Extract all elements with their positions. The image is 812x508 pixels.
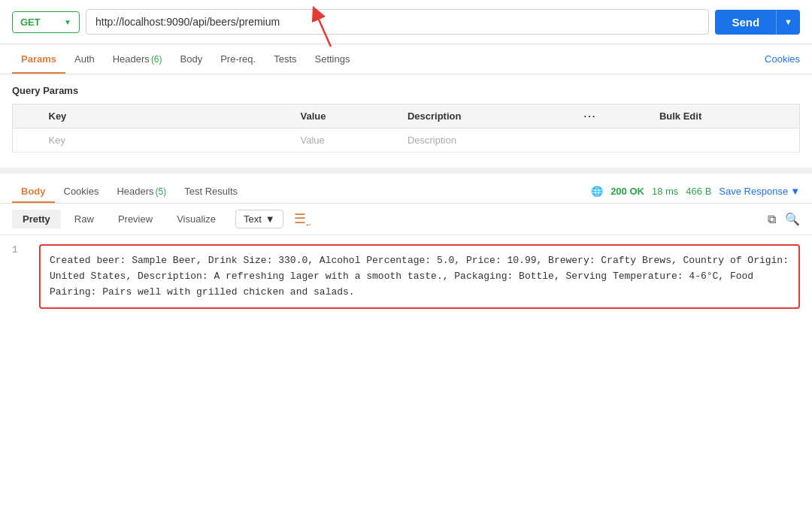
send-button[interactable]: Send	[715, 10, 776, 35]
chevron-down-icon: ▼	[265, 213, 275, 225]
method-label: GET	[20, 17, 41, 28]
row-key[interactable]: Key	[40, 129, 292, 153]
table-row: Key Value Description	[13, 129, 800, 153]
tab-auth[interactable]: Auth	[65, 44, 104, 74]
send-button-group: Send ▼	[715, 10, 800, 35]
response-time: 18 ms	[652, 186, 678, 197]
format-tab-raw[interactable]: Raw	[64, 210, 105, 228]
response-tab-headers[interactable]: Headers(5)	[108, 180, 175, 203]
search-icon[interactable]: 🔍	[785, 212, 800, 226]
col-value: Value	[292, 104, 398, 129]
tab-params[interactable]: Params	[12, 44, 65, 74]
params-section: Query Params Key Value Description ··· B…	[0, 74, 812, 153]
headers-badge: (6)	[151, 54, 162, 65]
col-bulk-edit[interactable]: Bulk Edit	[650, 104, 800, 129]
response-body: 1 Created beer: Sample Beer, Drink Size:…	[0, 235, 812, 318]
tab-headers[interactable]: Headers(6)	[104, 44, 171, 74]
query-params-title: Query Params	[12, 85, 800, 96]
tab-prereq[interactable]: Pre-req.	[211, 44, 265, 74]
method-selector[interactable]: GET ▼	[12, 11, 80, 33]
section-divider	[0, 168, 812, 174]
tab-settings[interactable]: Settings	[306, 44, 359, 74]
response-meta: 🌐 200 OK 18 ms 466 B Save Response ▼	[591, 186, 800, 197]
col-key: Key	[40, 104, 292, 129]
format-tabs-row: Pretty Raw Preview Visualize Text ▼ ☰↩ ⧉…	[0, 204, 812, 235]
row-value[interactable]: Value	[292, 129, 398, 153]
cookies-link[interactable]: Cookies	[765, 53, 800, 65]
response-tab-cookies[interactable]: Cookies	[55, 180, 108, 203]
format-tab-visualize[interactable]: Visualize	[166, 210, 226, 228]
url-bar: GET ▼ Send ▼	[0, 0, 812, 44]
wrap-icon[interactable]: ☰↩	[294, 210, 311, 228]
text-format-select[interactable]: Text ▼	[235, 210, 283, 228]
globe-icon: 🌐	[591, 186, 603, 197]
format-tab-preview[interactable]: Preview	[108, 210, 163, 228]
response-line: 1 Created beer: Sample Beer, Drink Size:…	[12, 244, 800, 309]
url-input[interactable]	[86, 9, 709, 35]
row-bulk	[650, 129, 800, 153]
request-tabs-row: Params Auth Headers(6) Body Pre-req. Tes…	[0, 44, 812, 74]
col-more[interactable]: ···	[575, 104, 650, 129]
status-badge: 200 OK	[611, 186, 644, 197]
col-check	[13, 104, 40, 129]
send-chevron-button[interactable]: ▼	[776, 10, 800, 35]
save-response-button[interactable]: Save Response ▼	[719, 186, 800, 197]
line-number: 1	[12, 244, 27, 309]
row-description[interactable]: Description	[398, 129, 575, 153]
chevron-down-icon: ▼	[790, 186, 800, 197]
copy-icon[interactable]: ⧉	[768, 213, 776, 226]
tab-body[interactable]: Body	[171, 44, 212, 74]
format-tab-pretty[interactable]: Pretty	[12, 210, 61, 228]
row-check	[13, 129, 40, 153]
chevron-down-icon: ▼	[64, 18, 71, 26]
response-tab-body[interactable]: Body	[12, 180, 55, 203]
col-description: Description	[398, 104, 575, 129]
response-tabs-row: Body Cookies Headers(5) Test Results 🌐 2…	[0, 174, 812, 204]
tab-tests[interactable]: Tests	[265, 44, 305, 74]
response-content: Created beer: Sample Beer, Drink Size: 3…	[39, 244, 800, 309]
response-size: 466 B	[686, 186, 711, 197]
format-right-icons: ⧉ 🔍	[768, 212, 800, 226]
response-tab-test-results[interactable]: Test Results	[175, 180, 247, 203]
response-headers-badge: (5)	[156, 186, 167, 197]
query-params-table: Key Value Description ··· Bulk Edit Key …	[12, 104, 800, 153]
row-more	[575, 129, 650, 153]
